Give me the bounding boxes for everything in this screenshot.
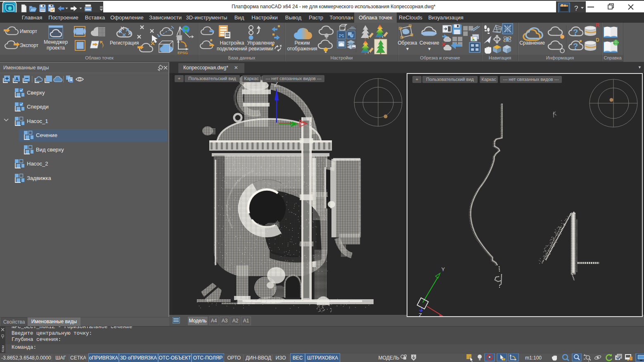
svg-text:Y: Y	[441, 266, 445, 272]
svg-text:Ком: Ком	[1, 345, 5, 352]
svg-text:Z: Z	[419, 312, 422, 317]
svg-text:A: A	[15, 76, 19, 81]
svg-text:?: ?	[573, 28, 578, 37]
svg-text:R: R	[596, 23, 599, 28]
svg-text:?: ?	[573, 42, 578, 51]
svg-text:?: ?	[574, 5, 578, 12]
svg-text:EPSG: EPSG	[178, 51, 188, 55]
svg-text:D: D	[596, 37, 599, 43]
svg-text:X: X	[310, 121, 314, 127]
